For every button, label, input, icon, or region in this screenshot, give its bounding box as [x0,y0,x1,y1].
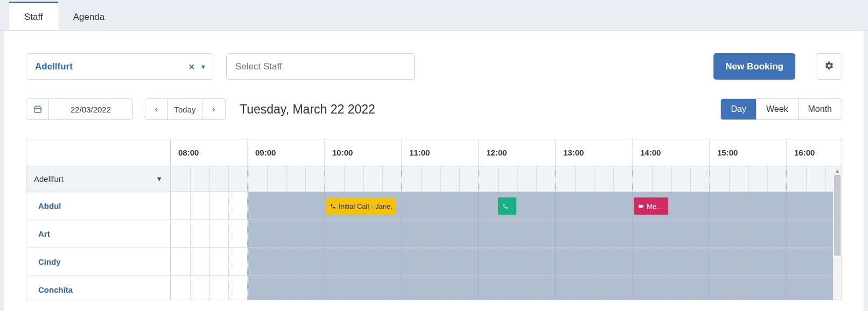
scroll-up-icon[interactable]: ▲ [833,166,842,175]
event-meeting[interactable]: Me… [634,197,668,215]
collapse-icon[interactable]: ▼ [156,175,163,183]
staff-name-0: Abdul [38,201,61,210]
staff-name-1: Art [38,229,50,238]
today-button[interactable]: Today [168,99,202,119]
tab-bar: Staff Agenda [0,0,868,31]
tab-agenda[interactable]: Agenda [58,2,120,31]
phone-icon [502,203,508,209]
tab-agenda-label: Agenda [73,12,105,23]
view-day[interactable]: Day [721,99,756,119]
group-row[interactable]: Adellfurt ▼ [26,166,170,192]
staff-row-2[interactable]: Cindy [26,248,170,276]
time-col-6: 14:00 [633,139,710,166]
view-day-label: Day [731,104,746,114]
video-icon [638,203,644,209]
next-day-button[interactable]: › [202,99,225,119]
grid-cols [171,166,842,300]
calendar: 08:00 09:00 10:00 11:00 12:00 13:00 14:0… [26,139,842,300]
settings-button[interactable] [816,53,842,80]
time-col-5: 13:00 [556,139,633,166]
caret-down-icon[interactable]: ▼ [200,63,206,70]
today-label: Today [174,105,195,114]
calendar-icon[interactable] [26,99,49,119]
time-col-2: 10:00 [325,139,402,166]
date-heading: Tuesday, March 22 2022 [240,102,375,117]
header-staff-col [26,139,171,166]
chevron-right-icon: › [212,104,215,114]
location-actions: ✕ ▼ [188,62,206,71]
time-header: 08:00 09:00 10:00 11:00 12:00 13:00 14:0… [26,139,842,166]
location-select[interactable]: Adellfurt ✕ ▼ [26,53,213,80]
event-label: Initial Call - Jane… [339,202,396,210]
time-col-3: 11:00 [402,139,479,166]
staff-name-3: Conchita [38,285,73,294]
tab-staff[interactable]: Staff [9,2,58,31]
date-nav-row: 22/03/2022 ‹ Today › Tuesday, March 22 2… [26,98,842,120]
app-root: Staff Agenda Adellfurt ✕ ▼ Select Staff … [0,0,868,311]
time-col-7: 15:00 [710,139,787,166]
clear-location-icon[interactable]: ✕ [188,62,195,71]
view-month[interactable]: Month [799,99,842,119]
staff-row-3[interactable]: Conchita [26,276,170,300]
time-col-8: 16:00 [787,139,842,166]
vertical-scrollbar[interactable]: ▲ [833,166,842,300]
top-controls: Adellfurt ✕ ▼ Select Staff New Booking [26,53,842,80]
location-value: Adellfurt [35,61,73,72]
phone-icon [330,203,336,209]
tab-staff-label: Staff [24,12,43,23]
time-col-1: 09:00 [248,139,325,166]
staff-select[interactable]: Select Staff [226,53,415,80]
time-cells: 08:00 09:00 10:00 11:00 12:00 13:00 14:0… [171,139,842,166]
staff-list: Adellfurt ▼ Abdul Art Cindy Conchita [26,166,171,300]
view-month-label: Month [808,104,832,114]
new-booking-button[interactable]: New Booking [713,53,795,80]
date-value: 22/03/2022 [49,99,132,119]
staff-row-1[interactable]: Art [26,220,170,248]
grid-body[interactable]: Initial Call - Jane… Me… [171,166,842,300]
event-initial-call[interactable]: Initial Call - Jane… [326,197,396,215]
svg-rect-0 [34,107,41,112]
event-label: Me… [647,202,663,210]
new-booking-label: New Booking [725,61,783,72]
staff-placeholder: Select Staff [235,61,282,72]
date-nav-group: ‹ Today › [145,98,226,120]
group-name: Adellfurt [34,174,64,183]
scroll-thumb[interactable] [834,175,841,256]
date-picker[interactable]: 22/03/2022 [26,98,133,120]
view-toggle: Day Week Month [720,98,842,120]
chevron-left-icon: ‹ [155,104,158,114]
staff-row-0[interactable]: Abdul [26,192,170,220]
prev-day-button[interactable]: ‹ [145,99,168,119]
gear-icon [824,61,834,73]
event-call-short[interactable] [498,197,516,215]
time-col-0: 08:00 [171,139,248,166]
calendar-body: Adellfurt ▼ Abdul Art Cindy Conchita [26,166,842,300]
time-col-4: 12:00 [479,139,556,166]
staff-name-2: Cindy [38,257,61,266]
view-week[interactable]: Week [757,99,799,119]
view-week-label: Week [766,104,788,114]
content-area: Adellfurt ✕ ▼ Select Staff New Booking [4,31,864,311]
